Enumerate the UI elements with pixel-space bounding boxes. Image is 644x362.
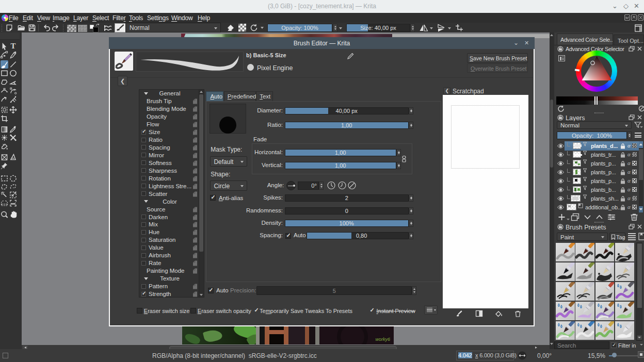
- svg-text:T: T: [10, 42, 15, 50]
